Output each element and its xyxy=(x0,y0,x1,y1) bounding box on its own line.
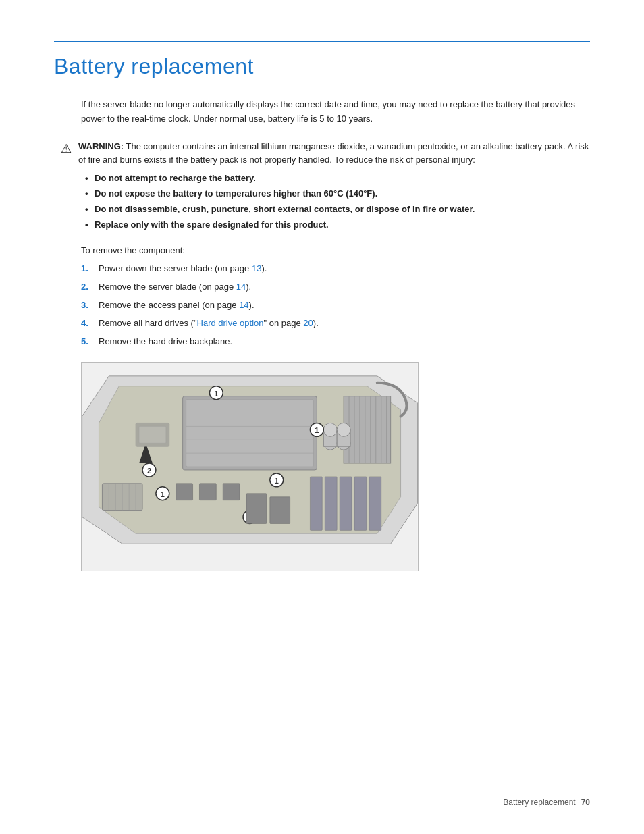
svg-point-28 xyxy=(337,423,350,437)
step-3: 3. Remove the access panel (on page 14). xyxy=(81,298,590,313)
footer-page: 70 xyxy=(581,798,590,807)
svg-rect-51 xyxy=(176,484,193,500)
warning-bullet-1: Do not attempt to recharge the battery. xyxy=(85,172,590,186)
svg-text:1: 1 xyxy=(161,490,165,498)
warning-bullets: Do not attempt to recharge the battery. … xyxy=(78,172,590,232)
svg-rect-20 xyxy=(340,477,352,530)
svg-rect-21 xyxy=(354,477,367,530)
footer-label: Battery replacement xyxy=(503,798,575,807)
svg-rect-18 xyxy=(310,477,322,530)
step-1-text-after: ). xyxy=(261,263,267,273)
svg-rect-52 xyxy=(199,484,216,500)
svg-rect-50 xyxy=(139,427,166,444)
warning-main-text: The computer contains an internal lithiu… xyxy=(78,141,589,165)
step-4-text-before: Remove all hard drives (" xyxy=(99,318,197,328)
step-3-text-after: ). xyxy=(249,300,254,310)
step-3-text-before: Remove the access panel (on page xyxy=(99,300,239,310)
step-4-link[interactable]: Hard drive option xyxy=(197,318,264,328)
step-4-num: 4. xyxy=(81,317,93,331)
step-2-link[interactable]: 14 xyxy=(236,282,246,292)
warning-content: WARNING: The computer contains an intern… xyxy=(78,140,590,234)
steps-intro: To remove the component: xyxy=(81,245,590,255)
step-1-text: Power down the server blade (on page 13)… xyxy=(99,262,267,276)
step-2-text: Remove the server blade (on page 14). xyxy=(99,280,251,294)
step-3-num: 3. xyxy=(81,298,93,313)
page-container: Battery replacement If the server blade … xyxy=(0,0,644,834)
step-3-text: Remove the access panel (on page 14). xyxy=(99,298,254,313)
svg-rect-22 xyxy=(369,477,381,530)
warning-bullet-3: Do not disassemble, crush, puncture, sho… xyxy=(85,203,590,217)
step-4-text-middle: " on page xyxy=(264,318,304,328)
step-2: 2. Remove the server blade (on page 14). xyxy=(81,280,590,294)
step-3-link[interactable]: 14 xyxy=(239,300,248,310)
step-1-text-before: Power down the server blade (on page xyxy=(99,263,252,273)
step-1-link[interactable]: 13 xyxy=(252,263,261,273)
svg-rect-54 xyxy=(246,494,267,524)
svg-text:2: 2 xyxy=(147,467,151,475)
diagram-svg: 1 1 1 1 1 2 xyxy=(82,363,418,571)
svg-rect-4 xyxy=(186,400,314,467)
step-5-num: 5. xyxy=(81,335,93,349)
step-5-text: Remove the hard drive backplane. xyxy=(99,335,232,349)
warning-label: WARNING: xyxy=(78,141,124,151)
svg-rect-55 xyxy=(270,497,290,524)
step-4: 4. Remove all hard drives ("Hard drive o… xyxy=(81,317,590,331)
steps-list: 1. Power down the server blade (on page … xyxy=(81,262,590,348)
svg-text:1: 1 xyxy=(214,390,218,398)
step-1-num: 1. xyxy=(81,262,93,276)
warning-box: ⚠ WARNING: The computer contains an inte… xyxy=(61,140,590,234)
footer: Battery replacement 70 xyxy=(503,798,590,807)
step-2-text-before: Remove the server blade (on page xyxy=(99,282,236,292)
svg-point-25 xyxy=(323,423,337,437)
warning-icon: ⚠ xyxy=(61,141,72,156)
step-1: 1. Power down the server blade (on page … xyxy=(81,262,590,276)
warning-bullet-4: Replace only with the spare designated f… xyxy=(85,218,590,232)
svg-text:1: 1 xyxy=(315,427,319,435)
warning-bullet-2: Do not expose the battery to temperature… xyxy=(85,187,590,201)
step-2-text-after: ). xyxy=(246,282,251,292)
page-title: Battery replacement xyxy=(54,54,590,79)
step-4-link2[interactable]: 20 xyxy=(303,318,313,328)
step-4-text-after2: ). xyxy=(313,318,319,328)
intro-text: If the server blade no longer automatica… xyxy=(81,98,590,126)
top-rule xyxy=(54,41,590,42)
step-5: 5. Remove the hard drive backplane. xyxy=(81,335,590,349)
svg-text:1: 1 xyxy=(275,477,279,485)
server-diagram: 1 1 1 1 1 2 xyxy=(81,362,419,571)
step-2-num: 2. xyxy=(81,280,93,294)
step-4-text: Remove all hard drives ("Hard drive opti… xyxy=(99,317,319,331)
svg-rect-9 xyxy=(344,396,391,463)
svg-rect-53 xyxy=(223,484,240,500)
svg-rect-19 xyxy=(325,477,337,530)
